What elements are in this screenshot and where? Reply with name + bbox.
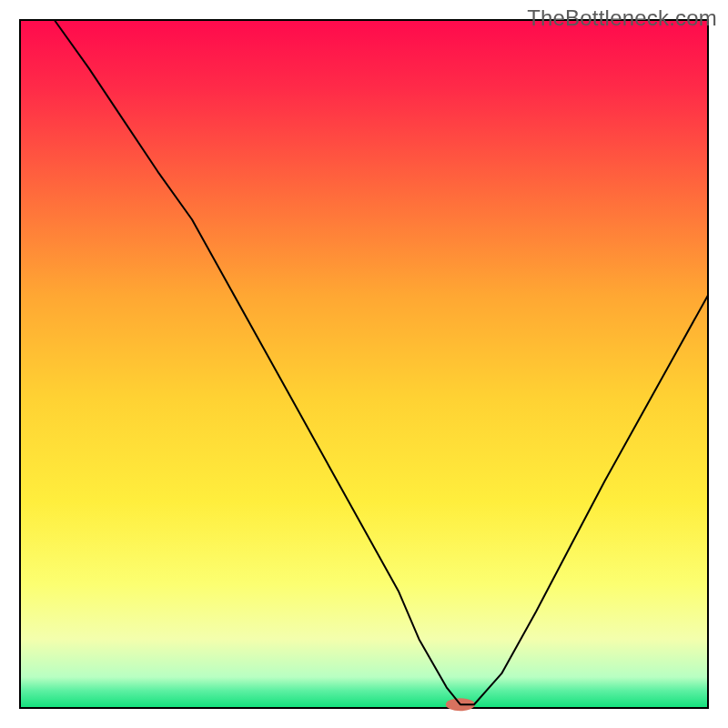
chart-background-gradient <box>20 20 708 708</box>
bottleneck-chart <box>0 0 728 728</box>
chart-container: TheBottleneck.com <box>0 0 728 728</box>
watermark-text: TheBottleneck.com <box>527 5 717 31</box>
